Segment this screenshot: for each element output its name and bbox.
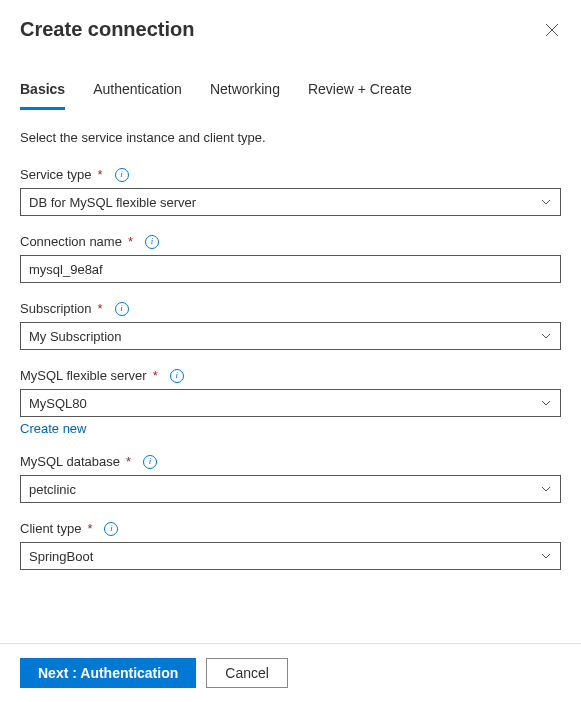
client-type-value: SpringBoot <box>29 549 93 564</box>
label-service-type: Service type <box>20 167 92 182</box>
chevron-down-icon <box>540 196 552 208</box>
tab-review-create[interactable]: Review + Create <box>308 75 412 110</box>
label-mysql-server: MySQL flexible server <box>20 368 147 383</box>
chevron-down-icon <box>540 397 552 409</box>
tab-networking[interactable]: Networking <box>210 75 280 110</box>
required-marker: * <box>153 368 158 383</box>
tabs-bar: Basics Authentication Networking Review … <box>0 75 581 110</box>
field-subscription: Subscription * i My Subscription <box>20 301 561 350</box>
subscription-value: My Subscription <box>29 329 121 344</box>
chevron-down-icon <box>540 330 552 342</box>
connection-name-input[interactable] <box>20 255 561 283</box>
create-connection-panel: Create connection Basics Authentication … <box>0 0 581 702</box>
chevron-down-icon <box>540 483 552 495</box>
field-service-type: Service type * i DB for MySQL flexible s… <box>20 167 561 216</box>
required-marker: * <box>87 521 92 536</box>
field-mysql-server: MySQL flexible server * i MySQL80 Create… <box>20 368 561 436</box>
info-icon[interactable]: i <box>145 235 159 249</box>
footer: Next : Authentication Cancel <box>0 643 581 702</box>
mysql-server-value: MySQL80 <box>29 396 87 411</box>
info-icon[interactable]: i <box>115 302 129 316</box>
required-marker: * <box>126 454 131 469</box>
panel-header: Create connection <box>0 0 581 57</box>
field-client-type: Client type * i SpringBoot <box>20 521 561 570</box>
label-connection-name: Connection name <box>20 234 122 249</box>
create-new-link[interactable]: Create new <box>20 421 561 436</box>
required-marker: * <box>98 301 103 316</box>
required-marker: * <box>128 234 133 249</box>
mysql-database-value: petclinic <box>29 482 76 497</box>
info-icon[interactable]: i <box>104 522 118 536</box>
chevron-down-icon <box>540 550 552 562</box>
intro-text: Select the service instance and client t… <box>20 130 561 145</box>
page-title: Create connection <box>20 18 194 41</box>
client-type-select[interactable]: SpringBoot <box>20 542 561 570</box>
required-marker: * <box>98 167 103 182</box>
service-type-select[interactable]: DB for MySQL flexible server <box>20 188 561 216</box>
field-connection-name: Connection name * i <box>20 234 561 283</box>
info-icon[interactable]: i <box>115 168 129 182</box>
next-button[interactable]: Next : Authentication <box>20 658 196 688</box>
close-button[interactable] <box>543 21 561 39</box>
subscription-select[interactable]: My Subscription <box>20 322 561 350</box>
label-client-type: Client type <box>20 521 81 536</box>
label-subscription: Subscription <box>20 301 92 316</box>
info-icon[interactable]: i <box>170 369 184 383</box>
form-content: Select the service instance and client t… <box>0 110 581 643</box>
tab-basics[interactable]: Basics <box>20 75 65 110</box>
mysql-server-select[interactable]: MySQL80 <box>20 389 561 417</box>
tab-authentication[interactable]: Authentication <box>93 75 182 110</box>
label-mysql-database: MySQL database <box>20 454 120 469</box>
mysql-database-select[interactable]: petclinic <box>20 475 561 503</box>
field-mysql-database: MySQL database * i petclinic <box>20 454 561 503</box>
info-icon[interactable]: i <box>143 455 157 469</box>
close-icon <box>545 23 559 37</box>
service-type-value: DB for MySQL flexible server <box>29 195 196 210</box>
cancel-button[interactable]: Cancel <box>206 658 288 688</box>
